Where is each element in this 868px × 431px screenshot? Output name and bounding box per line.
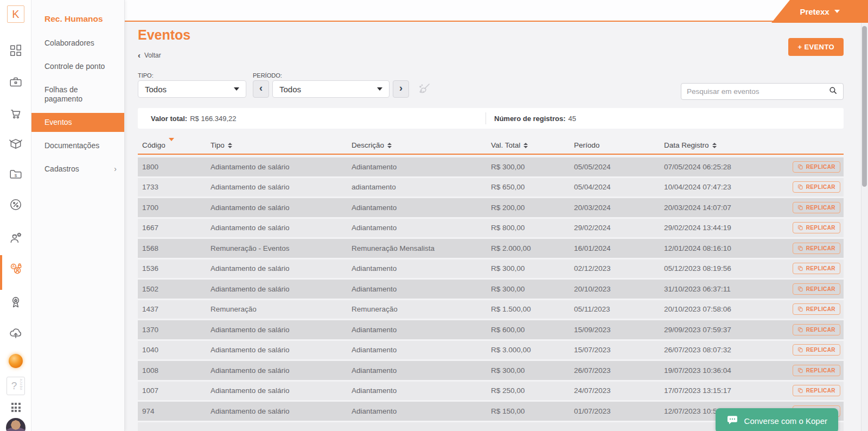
table-row[interactable]: 1800Adiantamento de salárioAdiantamentoR…	[138, 157, 844, 176]
replicar-button[interactable]: REPLICAR	[793, 365, 840, 376]
cell-tipo: Adiantamento de salário	[210, 386, 352, 395]
sidebar-item-controle-de-ponto[interactable]: Controle de ponto	[31, 57, 124, 76]
replicar-button[interactable]: REPLICAR	[793, 161, 840, 173]
sidebar-item-cadastros[interactable]: Cadastros›	[31, 160, 124, 179]
column-header-val-total[interactable]: Val. Total	[491, 141, 574, 149]
award-icon[interactable]	[0, 295, 31, 309]
search-input[interactable]	[687, 87, 828, 96]
cell-valor: R$ 300,00	[491, 163, 574, 171]
tipo-select[interactable]: Todos	[138, 80, 246, 98]
briefcase-icon[interactable]	[0, 75, 31, 89]
replicar-button[interactable]: REPLICAR	[793, 181, 840, 193]
table-row[interactable]: 1040Adiantamento de salárioAdiantamentoR…	[138, 341, 844, 360]
cell-codigo: 1667	[142, 224, 210, 232]
table-row[interactable]: 1568Remuneração - EventosRemuneração Men…	[138, 239, 844, 258]
replicar-button[interactable]: REPLICAR	[793, 385, 840, 396]
cart-icon[interactable]	[0, 106, 31, 121]
topbar	[125, 0, 868, 22]
search-icon[interactable]	[828, 86, 838, 97]
package-icon[interactable]	[0, 137, 31, 151]
table-row[interactable]: 1700Adiantamento de salárioAdiantamentoR…	[138, 198, 844, 217]
replicar-button[interactable]: REPLICAR	[793, 324, 840, 335]
cell-tipo: Adiantamento de salário	[210, 366, 352, 375]
sidebar-item-documentacoes[interactable]: Documentações	[31, 136, 124, 155]
replicar-button[interactable]: REPLICAR	[793, 344, 840, 356]
periodo-next-button[interactable]: ›	[393, 80, 409, 98]
dashboard-icon[interactable]	[0, 43, 31, 58]
column-label: Período	[574, 141, 599, 149]
column-header-descricao[interactable]: Descrição	[352, 141, 491, 149]
cell-codigo: 1370	[142, 326, 210, 334]
cloud-upload-icon[interactable]	[0, 326, 31, 340]
cell-periodo: 01/07/2023	[574, 407, 664, 415]
back-link[interactable]: ‹ Voltar	[138, 52, 161, 59]
periodo-prev-button[interactable]: ‹	[253, 80, 269, 98]
sidebar-item-eventos[interactable]: Eventos	[31, 113, 124, 132]
count-value: 45	[568, 115, 576, 123]
replicar-button[interactable]: REPLICAR	[793, 303, 840, 315]
table-row[interactable]: 1502Adiantamento de salárioAdiantamentoR…	[138, 280, 844, 299]
column-header-tipo[interactable]: Tipo	[210, 141, 352, 149]
tipo-select-value: Todos	[145, 85, 167, 94]
replicar-button[interactable]: REPLICAR	[793, 263, 840, 274]
row-actions: REPLICAR	[793, 263, 840, 274]
hr-people-icon[interactable]: A	[0, 262, 31, 276]
sun-icon[interactable]	[0, 354, 31, 368]
cell-tipo: Adiantamento de salário	[210, 183, 352, 191]
scrollbar-thumb[interactable]	[862, 26, 867, 187]
cell-registro: 12/01/2024 08:16:10	[664, 244, 793, 252]
folder-money-icon[interactable]: $	[0, 167, 31, 181]
cell-tipo: Adiantamento de salário	[210, 407, 352, 415]
sidebar-item-colaboradores[interactable]: Colaboradores	[31, 34, 124, 53]
koper-logo[interactable]: K	[0, 5, 31, 23]
table-row[interactable]: 1007Adiantamento de salárioAdiantamentoR…	[138, 382, 844, 401]
avatar[interactable]	[0, 418, 31, 431]
sidebar: Rec. Humanos ColaboradoresControle de po…	[31, 0, 125, 431]
replicar-label: REPLICAR	[806, 327, 835, 333]
svg-text:$: $	[15, 173, 17, 178]
replicar-button[interactable]: REPLICAR	[793, 222, 840, 233]
percent-icon[interactable]	[0, 198, 31, 212]
cell-valor: R$ 600,00	[491, 326, 574, 334]
worker-gear-icon[interactable]	[0, 231, 31, 245]
chevron-down-icon	[834, 10, 840, 13]
periodo-select-value: Todos	[279, 85, 301, 94]
cell-registro: 10/04/2024 07:47:23	[664, 183, 793, 191]
table-row[interactable]: 1437RemuneraçãoRemuneraçãoR$ 1.500,0005/…	[138, 300, 844, 319]
cell-periodo: 15/07/2023	[574, 346, 664, 354]
replicar-button[interactable]: REPLICAR	[793, 243, 840, 254]
help-icon[interactable]: ?AJUDA	[0, 377, 31, 395]
summary-divider	[486, 112, 486, 124]
periodo-select[interactable]: Todos	[272, 80, 390, 98]
chevron-down-icon	[234, 87, 239, 91]
cell-codigo: 1536	[142, 264, 210, 272]
table-row[interactable]: 1536Adiantamento de salárioAdiantamentoR…	[138, 259, 844, 278]
table-row[interactable]: 1667Adiantamento de salárioAdiantamentoR…	[138, 219, 844, 238]
column-label: Data Registro	[664, 141, 709, 149]
chat-button[interactable]: Converse com o Koper	[716, 408, 838, 431]
add-event-button[interactable]: + EVENTO	[788, 38, 844, 56]
cell-periodo: 20/10/2023	[574, 285, 664, 293]
sort-icon	[228, 143, 232, 148]
replicar-button[interactable]: REPLICAR	[793, 202, 840, 213]
replicar-label: REPLICAR	[806, 388, 835, 394]
cell-registro: 17/07/2023 13:15:17	[664, 386, 793, 395]
cell-periodo: 05/11/2023	[574, 305, 664, 313]
column-label: Val. Total	[491, 141, 520, 149]
column-header-data-registro[interactable]: Data Registro	[664, 141, 793, 149]
column-label: Tipo	[210, 141, 225, 149]
apps-grid-icon[interactable]	[0, 402, 31, 412]
table-row[interactable]: 1008Adiantamento de salárioAdiantamentoR…	[138, 361, 844, 380]
sidebar-title: Rec. Humanos	[31, 0, 124, 29]
table-row[interactable]: 1733Adiantamento de salárioadiantamentoR…	[138, 178, 844, 197]
row-actions: REPLICAR	[793, 344, 840, 356]
clear-filters-broom-icon[interactable]	[417, 82, 431, 97]
column-header-codigo[interactable]: Código	[142, 141, 210, 149]
cell-descricao: Adiantamento	[352, 346, 491, 354]
sidebar-item-folhas-de-pagamento[interactable]: Folhas de pagamento	[31, 80, 124, 109]
table-row[interactable]: 1370Adiantamento de salárioAdiantamentoR…	[138, 320, 844, 339]
sidebar-item-label: Colaboradores	[44, 39, 94, 48]
total-label: Valor total:	[151, 115, 187, 123]
replicar-button[interactable]: REPLICAR	[793, 283, 840, 295]
cell-codigo: 1733	[142, 183, 210, 191]
